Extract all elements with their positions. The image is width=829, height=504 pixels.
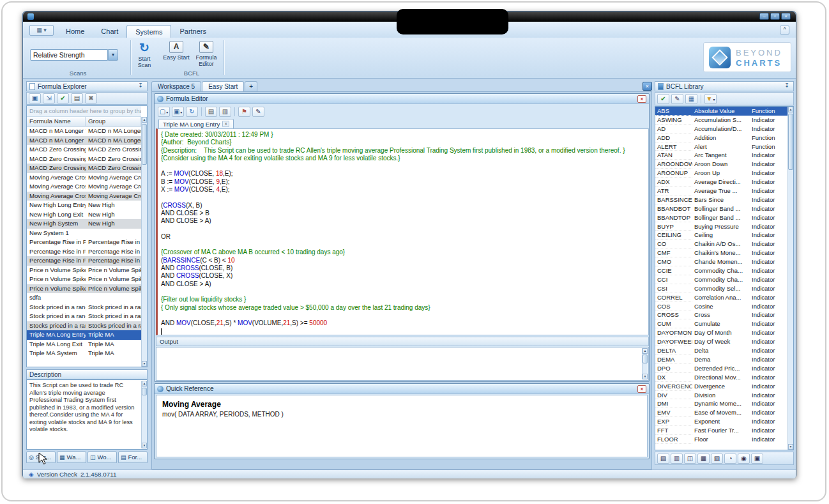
library-row[interactable]: CCIECommodity Cha...Indicator (655, 266, 788, 275)
output-scrollbar[interactable] (642, 348, 648, 379)
library-row[interactable]: AROONUPAroon UpIndicator (655, 169, 788, 178)
save-button[interactable]: ▣ (29, 93, 41, 103)
scroll-down-arrow[interactable] (142, 443, 147, 448)
formula-row[interactable]: Price n Volume Spike ...Price n Volume S… (27, 266, 141, 275)
app-menu-button[interactable]: ▦ ▾ (29, 25, 54, 36)
minimize-button[interactable]: – (759, 13, 769, 20)
formula-row[interactable]: MACD n MA Longer T...MACD n MA Longer T.… (27, 126, 141, 136)
formula-row[interactable]: Stock priced in a rang...Stock priced in… (27, 312, 141, 321)
library-row[interactable]: CSICommodity Sel...Indicator (655, 284, 788, 293)
export-button[interactable]: ⇲ (43, 93, 55, 103)
grid-button[interactable]: ▦ (685, 94, 697, 104)
workspace-close-button[interactable]: × (643, 82, 652, 91)
formula-list-scrollbar[interactable] (141, 117, 147, 367)
calendar-button[interactable]: ▦ (697, 454, 710, 464)
library-row[interactable]: ADDAdditionFunction (655, 134, 788, 142)
library-row[interactable]: ATANArc TangentIndicator (655, 151, 788, 160)
library-row[interactable]: COSCosineIndicator (655, 302, 788, 311)
library-row[interactable]: CORRELCorrelation Ana...Indicator (655, 293, 788, 302)
library-row[interactable]: ADAccumulation/D...Indicator (655, 125, 788, 134)
hierarchy-button[interactable]: ▧ (711, 454, 723, 464)
formula-row[interactable]: Stock priced in a rang...Stock priced in… (27, 303, 141, 312)
code-editor[interactable]: { Date created: 30/03/2011 : 12:49 PM }{… (156, 128, 649, 335)
library-row[interactable]: ADXAverage Directi...Indicator (655, 178, 788, 187)
library-row[interactable]: BBANDTOPBollinger Band ...Indicator (655, 213, 788, 222)
library-row[interactable]: DAYOFWEEKDay Of WeekIndicator (655, 337, 788, 346)
watchlist-dock-tab[interactable]: ▦Wa... (57, 451, 86, 463)
workspace-dock-tab[interactable]: ◫Wo... (87, 451, 117, 463)
edit-button[interactable]: ✎ (252, 107, 264, 117)
library-scrollbar[interactable] (787, 107, 793, 450)
scrollbar-thumb[interactable] (643, 355, 648, 363)
ribbon-collapse-button[interactable]: ^ (780, 26, 789, 34)
filter-button[interactable]: ▼▾ (704, 94, 717, 104)
library-row[interactable]: ASWINGAccumulation S...Indicator (655, 116, 788, 125)
library-row[interactable]: COChaikin A/D Os...Indicator (655, 240, 788, 248)
formula-editor-close-button[interactable]: x (637, 95, 646, 103)
column-header-group[interactable]: Group (86, 117, 141, 126)
edit-button[interactable]: ✎ (671, 94, 683, 104)
library-row[interactable]: CMOChande Momen...Indicator (655, 257, 788, 266)
save-button[interactable]: ▣▾ (172, 107, 184, 117)
library-row[interactable]: BUYPBuying PressureIndicator (655, 222, 788, 231)
preview-button[interactable]: ▤ (71, 93, 83, 103)
formula-row[interactable]: MACD n MA Longer T...MACD n MA Longer T.… (27, 136, 141, 146)
clock-button[interactable]: ◔ (724, 454, 736, 464)
scan-select-arrow-button[interactable]: ▾ (108, 49, 118, 61)
doc-tab-close-button[interactable]: x (222, 121, 229, 127)
library-row[interactable]: BBANDBOTBollinger Band ...Indicator (655, 204, 788, 213)
start-scan-button[interactable]: ↻ Start Scan (132, 41, 157, 74)
pin-icon[interactable]: ↧ (137, 82, 144, 90)
library-row[interactable]: ABSAbsolute ValueFunction (655, 107, 788, 116)
formula-dock-tab[interactable]: ▤For... (118, 451, 148, 463)
add-workspace-tab-button[interactable]: + (245, 81, 257, 91)
formula-row[interactable]: sdfa (27, 293, 141, 303)
library-row[interactable]: AROONDOWNAroon DownIndicator (655, 160, 788, 169)
run-button[interactable]: ↻ (186, 107, 198, 117)
formula-row[interactable]: Triple MA Long EntryTriple MA (27, 330, 141, 340)
library-row[interactable]: ALERTAlertFunction (655, 142, 788, 151)
formula-row[interactable]: Triple MA SystemTriple MA (27, 349, 141, 358)
scroll-up-arrow[interactable] (788, 107, 793, 112)
maximize-button[interactable]: ▫ (770, 13, 780, 20)
library-button[interactable]: ▣ (751, 454, 763, 464)
globe-button[interactable]: ◉ (738, 454, 750, 464)
clipboard-button[interactable]: ▥ (219, 107, 231, 117)
formula-row[interactable]: Price n Volume Spike ...Price n Volume S… (27, 284, 141, 294)
library-row[interactable]: BARSSINCEBars SinceIndicator (655, 195, 788, 204)
library-row[interactable]: DELTADeltaIndicator (655, 346, 788, 355)
column-header-formula-name[interactable]: Formula Name (27, 117, 86, 126)
scroll-up-arrow[interactable] (643, 348, 648, 354)
library-row[interactable]: CEILINGCeilingIndicator (655, 231, 788, 240)
library-row[interactable]: ATRAverage True ...Indicator (655, 187, 788, 195)
library-row[interactable]: CROSSCrossIndicator (655, 310, 788, 319)
formula-row[interactable]: Triple MA Long ExitTriple MA (27, 340, 141, 349)
formula-row[interactable]: New High SystemNew High (27, 219, 141, 229)
chart-button[interactable]: ▥ (671, 454, 683, 464)
layers-button[interactable]: ▤ (657, 454, 669, 464)
tab-chart[interactable]: Chart (93, 25, 126, 38)
formula-row[interactable]: Moving Average Cros...Moving Average Cro… (27, 192, 141, 201)
formula-row[interactable]: Percentage Rise in Pr...Percentage Rise … (27, 247, 141, 257)
formula-row[interactable]: Percentage Rise in Pr...Percentage Rise … (27, 238, 141, 247)
close-button[interactable]: × (781, 13, 791, 20)
formula-row[interactable]: Moving Average Cros...Moving Average Cro… (27, 182, 141, 192)
library-row[interactable]: DIVERGENCEDivergenceIndicator (655, 382, 788, 391)
delete-button[interactable]: ✖ (85, 93, 97, 103)
library-row[interactable]: DPODetrended Pric...Indicator (655, 364, 788, 373)
scrollbar-thumb[interactable] (142, 388, 147, 395)
library-row[interactable]: CCICommodity Cha...Indicator (655, 275, 788, 284)
tab-easy-start[interactable]: Easy Start (202, 81, 244, 91)
formula-row[interactable]: MACD Zero CrossingMACD Zero Crossing (27, 155, 141, 164)
library-row[interactable]: DEMADemaIndicator (655, 355, 788, 364)
formula-row[interactable]: MACD Zero CrossingMACD Zero Crossing (27, 164, 141, 173)
library-row[interactable]: DXDirectional Mov...Indicator (655, 373, 788, 382)
insert-indicator-button[interactable]: ⚑ (238, 107, 250, 117)
formula-row[interactable]: New High Long EntryNew High (27, 201, 141, 210)
library-row[interactable]: DAYOFMONTHDay Of MonthIndicator (655, 328, 788, 337)
formula-row[interactable]: Moving Average Cros...Moving Average Cro… (27, 173, 141, 183)
formula-row[interactable]: MACD Zero CrossingMACD Zero Crossing (27, 145, 141, 155)
print-button[interactable]: ▤ (205, 107, 217, 117)
formula-row[interactable]: Percentage Rise in Pr...Percentage Rise … (27, 256, 141, 266)
library-row[interactable]: CUMCumulateIndicator (655, 319, 788, 328)
